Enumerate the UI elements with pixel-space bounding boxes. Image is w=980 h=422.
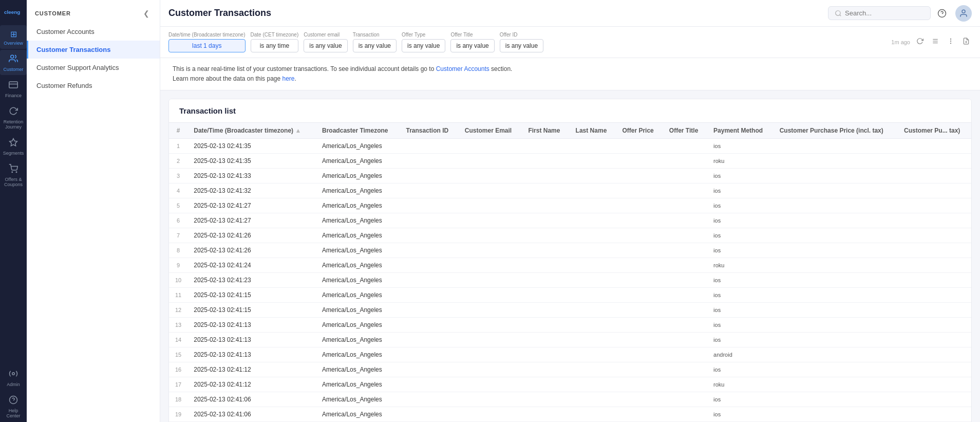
- cell-purchase-price: [774, 347, 898, 362]
- cell-num: 16: [169, 362, 187, 377]
- offers-icon: [9, 164, 18, 175]
- cell-purchase-price: [774, 288, 898, 303]
- sidebar-item-segments[interactable]: Segments: [0, 134, 27, 159]
- table-row[interactable]: 13 2025-02-13 02:41:13 America/Los_Angel…: [169, 318, 971, 333]
- table-row[interactable]: 16 2025-02-13 02:41:12 America/Los_Angel…: [169, 362, 971, 377]
- table-row[interactable]: 9 2025-02-13 02:41:24 America/Los_Angele…: [169, 258, 971, 273]
- table-row[interactable]: 3 2025-02-13 02:41:33 America/Los_Angele…: [169, 169, 971, 184]
- col-purchase-price[interactable]: Customer Purchase Price (incl. tax): [774, 123, 898, 139]
- table-row[interactable]: 6 2025-02-13 02:41:27 America/Los_Angele…: [169, 213, 971, 228]
- cell-customer-email: [459, 303, 522, 318]
- cell-num: 8: [169, 243, 187, 258]
- col-first-name[interactable]: First Name: [522, 123, 569, 139]
- more-options-button[interactable]: [945, 36, 956, 48]
- filter-email-label: Customer email: [304, 32, 347, 38]
- svg-point-1: [11, 55, 14, 58]
- collapse-nav-button[interactable]: ❮: [141, 8, 152, 19]
- table-row[interactable]: 14 2025-02-13 02:41:13 America/Los_Angel…: [169, 333, 971, 347]
- filter-offer-id-button[interactable]: is any value: [500, 39, 543, 52]
- info-link-here[interactable]: here: [282, 75, 295, 82]
- topbar: Customer Transactions: [160, 0, 980, 27]
- filter-offer-id-label: Offer ID: [500, 32, 543, 38]
- cell-first-name: [522, 377, 569, 392]
- table-row[interactable]: 17 2025-02-13 02:41:12 America/Los_Angel…: [169, 377, 971, 392]
- table-row[interactable]: 19 2025-02-13 02:41:06 America/Los_Angel…: [169, 407, 971, 422]
- filter-bar: Date/time (Broadcaster timezone) last 1 …: [160, 27, 980, 58]
- table-row[interactable]: 7 2025-02-13 02:41:26 America/Los_Angele…: [169, 228, 971, 243]
- sidebar-item-overview[interactable]: ⊞ Overview: [0, 25, 27, 49]
- refresh-timestamp: 1m ago: [891, 39, 910, 45]
- filter-offer-type-button[interactable]: is any value: [402, 39, 445, 52]
- cell-datetime: 2025-02-13 02:41:23: [187, 273, 316, 288]
- table-row[interactable]: 2 2025-02-13 02:41:35 America/Los_Angele…: [169, 154, 971, 169]
- table-row[interactable]: 5 2025-02-13 02:41:27 America/Los_Angele…: [169, 198, 971, 213]
- table-row[interactable]: 4 2025-02-13 02:41:32 America/Los_Angele…: [169, 184, 971, 198]
- filter-settings-button[interactable]: [930, 36, 941, 48]
- info-link-accounts[interactable]: Customer Accounts: [436, 65, 489, 72]
- refresh-button[interactable]: [914, 36, 926, 48]
- nav-item-support[interactable]: Customer Support Analytics: [27, 59, 160, 77]
- col-tz[interactable]: Broadcaster Timezone: [316, 123, 400, 139]
- cell-purchase-price-2: [898, 198, 971, 213]
- col-payment-method[interactable]: Payment Method: [707, 123, 774, 139]
- nav-item-refunds[interactable]: Customer Refunds: [27, 77, 160, 95]
- nav-item-transactions[interactable]: Customer Transactions: [27, 41, 160, 59]
- cell-last-name: [570, 198, 616, 213]
- cell-last-name: [570, 333, 616, 347]
- filter-transaction-button[interactable]: is any value: [353, 39, 397, 52]
- cell-purchase-price-2: [898, 228, 971, 243]
- cell-customer-email: [459, 318, 522, 333]
- sidebar-item-offers[interactable]: Offers & Coupons: [0, 160, 27, 190]
- export-button[interactable]: [960, 36, 972, 48]
- search-input[interactable]: [845, 9, 922, 17]
- cell-payment-method: ios: [707, 213, 774, 228]
- transaction-table-container: Transaction list # Date/Time (Broadcaste…: [168, 99, 972, 422]
- filter-datetime-button[interactable]: last 1 days: [168, 39, 246, 52]
- help-topbar-button[interactable]: [935, 6, 949, 21]
- table-row[interactable]: 18 2025-02-13 02:41:06 America/Los_Angel…: [169, 392, 971, 407]
- sidebar-item-finance[interactable]: Finance: [0, 76, 27, 101]
- cell-first-name: [522, 362, 569, 377]
- table-row[interactable]: 11 2025-02-13 02:41:15 America/Los_Angel…: [169, 288, 971, 303]
- col-datetime[interactable]: Date/Time (Broadcaster timezone) ▲: [187, 123, 316, 139]
- user-avatar[interactable]: [955, 5, 972, 22]
- cell-transaction-id: [400, 139, 458, 154]
- cell-transaction-id: [400, 169, 458, 184]
- cell-datetime: 2025-02-13 02:41:06: [187, 407, 316, 422]
- sidebar-item-retention[interactable]: Retention Journey: [0, 102, 27, 133]
- cell-transaction-id: [400, 333, 458, 347]
- cell-purchase-price: [774, 243, 898, 258]
- col-customer-email[interactable]: Customer Email: [459, 123, 522, 139]
- filter-email-button[interactable]: is any value: [304, 39, 347, 52]
- filter-offer-title-button[interactable]: is any value: [450, 39, 494, 52]
- table-row[interactable]: 1 2025-02-13 02:41:35 America/Los_Angele…: [169, 139, 971, 154]
- table-row[interactable]: 12 2025-02-13 02:41:15 America/Los_Angel…: [169, 303, 971, 318]
- cell-payment-method: ios: [707, 228, 774, 243]
- cell-customer-email: [459, 347, 522, 362]
- search-box[interactable]: [828, 6, 931, 20]
- cell-payment-method: ios: [707, 318, 774, 333]
- cell-num: 11: [169, 288, 187, 303]
- table-row[interactable]: 10 2025-02-13 02:41:23 America/Los_Angel…: [169, 273, 971, 288]
- cell-first-name: [522, 273, 569, 288]
- table-title: Transaction list: [169, 99, 971, 123]
- sidebar-item-admin[interactable]: Admin: [0, 365, 27, 390]
- filter-date-cet-button[interactable]: is any time: [251, 39, 299, 52]
- cell-datetime: 2025-02-13 02:41:15: [187, 288, 316, 303]
- sidebar-item-help[interactable]: Help Center: [0, 391, 27, 421]
- sidebar-item-customer[interactable]: Customer: [0, 50, 27, 75]
- col-offer-price[interactable]: Offer Price: [616, 123, 663, 139]
- table-row[interactable]: 15 2025-02-13 02:41:13 America/Los_Angel…: [169, 347, 971, 362]
- table-row[interactable]: 8 2025-02-13 02:41:26 America/Los_Angele…: [169, 243, 971, 258]
- cell-offer-title: [663, 139, 707, 154]
- app-logo[interactable]: cleeng: [1, 4, 26, 21]
- col-offer-title[interactable]: Offer Title: [663, 123, 707, 139]
- cell-customer-email: [459, 392, 522, 407]
- cell-num: 19: [169, 407, 187, 422]
- nav-item-accounts[interactable]: Customer Accounts: [27, 23, 160, 41]
- col-transaction-id[interactable]: Transaction ID: [400, 123, 458, 139]
- col-last-name[interactable]: Last Name: [570, 123, 616, 139]
- cell-payment-method: ios: [707, 184, 774, 198]
- cell-last-name: [570, 377, 616, 392]
- col-purchase-price-2[interactable]: Customer Pu... tax): [898, 123, 971, 139]
